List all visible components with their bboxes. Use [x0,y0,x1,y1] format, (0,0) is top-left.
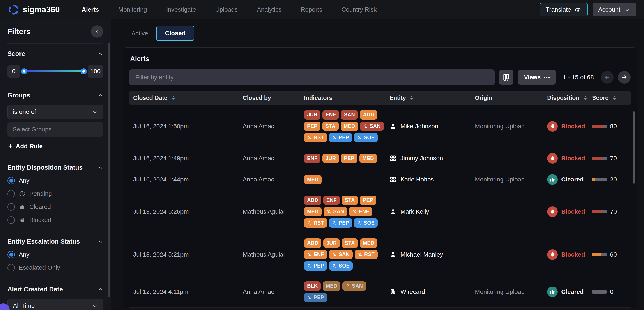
indicator-badge-san[interactable]: SAN [329,250,353,259]
disposition-section-header[interactable]: Entity Disposition Status [8,164,103,171]
indicator-badge-add[interactable]: ADD [304,196,321,205]
escalation-section-header[interactable]: Entity Escalation Status [8,238,103,245]
column-header-score[interactable]: Score [592,95,627,101]
indicator-badge-san[interactable]: SAN [324,207,347,216]
indicator-badge-enf[interactable]: ENF [304,154,320,163]
indicator-badge-enf[interactable]: ENF [304,250,327,259]
radio-option-any[interactable]: Any [8,177,103,184]
indicator-badge-san[interactable]: SAN [341,110,358,120]
nav-item-reports[interactable]: Reports [291,6,332,13]
indicator-badge-pep[interactable]: PEP [329,218,352,228]
entity-cell[interactable]: Michael Manley [390,251,475,258]
tab-closed[interactable]: Closed [156,26,194,41]
nav-item-analytics[interactable]: Analytics [247,6,291,13]
indicator-badge-med[interactable]: MED [304,207,322,216]
indicator-badge-soe[interactable]: SOE [354,133,378,142]
next-page-button[interactable] [618,71,631,84]
indicator-badge-enf[interactable]: ENF [322,110,339,120]
entity-cell[interactable]: Jimmy Johnson [390,155,475,162]
indicator-badge-rst[interactable]: RST [304,218,327,228]
tab-active[interactable]: Active [123,26,156,41]
sort-icon[interactable] [409,95,415,101]
indicator-badge-rst[interactable]: RST [304,133,327,142]
table-row[interactable]: Jul 13, 2024 5:21pmMatheus AguiarADDJURS… [129,233,631,276]
entity-cell[interactable]: Wirecard [390,288,475,295]
indicator-badge-pep[interactable]: PEP [304,293,327,302]
brand[interactable]: sigma360 [8,4,60,15]
indicator-badge-med[interactable]: MED [360,154,377,163]
slider-handle-max[interactable] [80,68,87,74]
add-rule-button[interactable]: Add Rule [8,143,43,150]
indicator-badge-jur[interactable]: JUR [304,110,320,120]
indicator-badge-pep[interactable]: PEP [341,154,357,163]
translate-button[interactable]: Translate [540,3,588,16]
score-section-header[interactable]: Score [8,50,103,57]
indicator-badge-jur[interactable]: JUR [323,238,340,248]
indicator-badge-enf[interactable]: ENF [349,207,372,216]
table-scrollbar[interactable] [633,111,635,184]
created-date-section-header[interactable]: Alert Created Date [8,286,103,293]
select-groups-input[interactable]: Select Groups [8,122,103,137]
indicator-badge-san[interactable]: SAN [342,281,366,291]
sidebar-scrollbar[interactable] [108,43,110,297]
sort-icon[interactable] [170,95,176,101]
collapse-sidebar-button[interactable] [91,25,103,38]
sort-icon[interactable] [612,95,617,101]
table-row[interactable]: Jul 16, 2024 1:50pmAnna AmacJURENFSANADD… [129,105,631,148]
previous-page-button[interactable] [601,71,614,84]
entity-cell[interactable]: Mike Johnson [390,123,475,130]
indicator-badge-soe[interactable]: SOE [354,218,378,228]
indicator-badge-sta[interactable]: STA [342,238,358,248]
radio-option-blocked[interactable]: Blocked [8,216,103,224]
indicator-badge-med[interactable]: MED [360,238,378,248]
entity-filter-input[interactable] [129,69,494,85]
table-row[interactable]: Jul 12, 2024 4:11pmAnna AmacBLKMEDSANPEP… [129,276,631,308]
slider-handle-min[interactable] [21,68,27,74]
radio-option-any[interactable]: Any [8,251,103,258]
table-row[interactable]: Jul 16, 2024 1:49pmAnna AmacENFJURPEPMED… [129,148,631,169]
nav-item-country-risk[interactable]: Country Risk [332,6,386,13]
sort-icon[interactable] [582,95,588,101]
views-button[interactable]: Views [518,70,556,84]
indicator-badge-pep[interactable]: PEP [329,133,352,142]
indicator-badge-pep[interactable]: PEP [304,261,327,271]
radio-option-pending[interactable]: Pending [8,190,103,198]
radio-option-escalated-only[interactable]: Escalated Only [8,264,103,272]
indicator-badge-sta[interactable]: STA [322,121,339,131]
column-header-entity[interactable]: Entity [390,95,475,101]
column-picker-button[interactable] [499,70,514,84]
groups-operator-select[interactable]: is one of [8,105,103,119]
indicator-badge-enf[interactable]: ENF [323,196,340,205]
indicator-badge-med[interactable]: MED [340,121,358,131]
indicator-badge-jur[interactable]: JUR [322,154,339,163]
radio-option-cleared[interactable]: Cleared [8,203,103,211]
indicator-badge-sta[interactable]: STA [342,196,358,205]
account-button[interactable]: Account [592,3,636,16]
indicator-badge-san[interactable]: SAN [360,121,384,131]
table-row[interactable]: Jul 16, 2024 1:44pmAnna AmacMEDKatie Hob… [129,169,631,190]
indicator-badge-pep[interactable]: PEP [304,121,320,131]
created-date-select[interactable]: All Time [8,299,103,310]
nav-item-monitoring[interactable]: Monitoring [109,6,156,13]
entity-cell[interactable]: Mark Kelly [390,208,475,215]
score-min-value[interactable]: 0 [8,65,20,77]
indicator-badge-pep[interactable]: PEP [360,196,376,205]
groups-section-header[interactable]: Groups [8,92,103,99]
translate-label: Translate [546,6,571,13]
indicator-badge-med[interactable]: MED [304,175,322,184]
indicator-badge-add[interactable]: ADD [360,110,377,120]
indicator-badge-med[interactable]: MED [323,281,340,291]
column-header-disposition[interactable]: Disposition [547,95,592,101]
column-header-closed-date[interactable]: Closed Date [133,95,243,101]
indicator-badge-add[interactable]: ADD [304,238,321,248]
nav-item-uploads[interactable]: Uploads [206,6,247,13]
indicator-badge-soe[interactable]: SOE [329,261,353,271]
entity-cell[interactable]: Katie Hobbs [390,176,475,183]
nav-item-investigate[interactable]: Investigate [156,6,206,13]
table-row[interactable]: Jul 13, 2024 5:26pmMatheus AguiarADDENFS… [129,190,631,233]
score-max-value[interactable]: 100 [88,65,103,77]
indicator-badge-blk[interactable]: BLK [304,281,321,291]
nav-item-alerts[interactable]: Alerts [72,6,109,13]
score-range-slider[interactable] [24,70,84,72]
indicator-badge-rst[interactable]: RST [355,250,378,259]
